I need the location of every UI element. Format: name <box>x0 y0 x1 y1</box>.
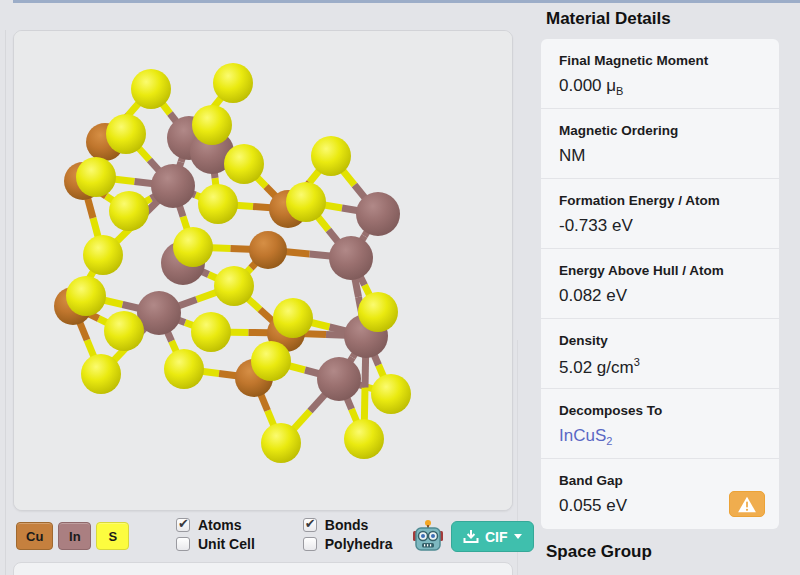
checkbox-row: Bonds <box>303 517 393 533</box>
atom-s[interactable] <box>344 419 384 459</box>
atom-s[interactable] <box>66 276 106 316</box>
atom-in[interactable] <box>317 357 361 401</box>
atom-s[interactable] <box>224 144 264 184</box>
checkbox-column: BondsPolyhedra <box>303 517 393 552</box>
detail-card-3: Energy Above Hull / Atom0.082 eV <box>541 249 779 319</box>
atom-s[interactable] <box>104 311 144 351</box>
warning-triangle-icon <box>737 496 757 513</box>
atom-s[interactable] <box>76 157 116 197</box>
element-button-cu[interactable]: Cu <box>16 522 53 550</box>
atom-s[interactable] <box>358 292 398 332</box>
atom-s[interactable] <box>213 63 253 103</box>
display-options: AtomsUnit CellBondsPolyhedra <box>176 517 392 552</box>
checkbox-atoms[interactable] <box>176 518 190 532</box>
atom-s[interactable] <box>251 341 291 381</box>
atom-s[interactable] <box>371 374 411 414</box>
atom-s[interactable] <box>109 191 149 231</box>
detail-card-0: Final Magnetic Moment0.000 μB <box>541 39 779 109</box>
next-section-panel <box>13 562 513 575</box>
checkbox-row: Atoms <box>176 517 255 533</box>
cif-download-button[interactable]: CIF <box>451 521 534 552</box>
atom-s[interactable] <box>261 423 301 463</box>
detail-value: 0.082 eV <box>559 286 761 306</box>
atom-s[interactable] <box>191 312 231 352</box>
atom-s[interactable] <box>173 227 213 267</box>
atom-s[interactable] <box>83 235 123 275</box>
atom-s[interactable] <box>273 298 313 338</box>
detail-label: Formation Energy / Atom <box>559 193 761 208</box>
atom-s[interactable] <box>192 105 232 145</box>
decomposes-to-link[interactable]: InCuS2 <box>559 426 761 447</box>
crystal-structure-render <box>14 31 512 510</box>
download-icon <box>463 529 479 544</box>
detail-card-4: Density5.02 g/cm3 <box>541 319 779 389</box>
detail-card-6: Band Gap0.055 eV <box>541 459 779 529</box>
atom-in[interactable] <box>329 236 373 280</box>
caret-down-icon <box>514 534 522 539</box>
detail-label: Band Gap <box>559 473 761 488</box>
checkbox-label-atoms: Atoms <box>198 517 242 533</box>
checkbox-label-polyhedra: Polyhedra <box>325 536 393 552</box>
atom-s[interactable] <box>214 266 254 306</box>
checkbox-unit-cell[interactable] <box>176 537 190 551</box>
detail-card-1: Magnetic OrderingNM <box>541 109 779 179</box>
atom-s[interactable] <box>286 182 326 222</box>
detail-value: -0.733 eV <box>559 216 761 236</box>
detail-label: Density <box>559 333 761 348</box>
checkbox-label-bonds: Bonds <box>325 517 369 533</box>
left-panel-divider <box>5 30 6 575</box>
detail-value: 5.02 g/cm3 <box>559 356 761 378</box>
atom-cu[interactable] <box>249 231 287 269</box>
details-cards: Final Magnetic Moment0.000 μBMagnetic Or… <box>541 39 779 529</box>
material-details-panel: Material Details Final Magnetic Moment0.… <box>541 0 779 562</box>
detail-label: Energy Above Hull / Atom <box>559 263 761 278</box>
element-legend: CuInS <box>16 522 129 550</box>
atom-in[interactable] <box>151 164 195 208</box>
detail-label: Decomposes To <box>559 403 761 418</box>
structure-viewer-canvas[interactable] <box>13 30 513 511</box>
checkbox-row: Polyhedra <box>303 536 393 552</box>
detail-card-2: Formation Energy / Atom-0.733 eV <box>541 179 779 249</box>
detail-card-5: Decomposes ToInCuS2 <box>541 389 779 459</box>
viewer-controls: CuInS AtomsUnit CellBondsPolyhedra CIF <box>13 517 518 557</box>
atom-s[interactable] <box>131 69 171 109</box>
detail-value: 0.000 μB <box>559 76 761 97</box>
atom-s[interactable] <box>81 354 121 394</box>
checkbox-row: Unit Cell <box>176 536 255 552</box>
page-title: Material Details <box>546 9 779 29</box>
robot-icon-graphic <box>409 517 447 555</box>
checkbox-bonds[interactable] <box>303 518 317 532</box>
warning-button[interactable] <box>729 491 765 517</box>
element-button-s[interactable]: S <box>96 522 129 550</box>
atom-s[interactable] <box>311 136 351 176</box>
atom-in[interactable] <box>356 192 400 236</box>
element-button-in[interactable]: In <box>58 522 91 550</box>
checkbox-polyhedra[interactable] <box>303 537 317 551</box>
detail-label: Final Magnetic Moment <box>559 53 761 68</box>
space-group-title: Space Group <box>546 542 779 562</box>
atom-s[interactable] <box>164 349 204 389</box>
detail-value: NM <box>559 146 761 166</box>
detail-label: Magnetic Ordering <box>559 123 761 138</box>
atom-s[interactable] <box>198 184 238 224</box>
checkbox-column: AtomsUnit Cell <box>176 517 255 552</box>
checkbox-label-unit-cell: Unit Cell <box>198 536 255 552</box>
atom-s[interactable] <box>106 114 146 154</box>
cif-button-label: CIF <box>485 529 508 545</box>
robot-icon[interactable] <box>409 517 447 555</box>
